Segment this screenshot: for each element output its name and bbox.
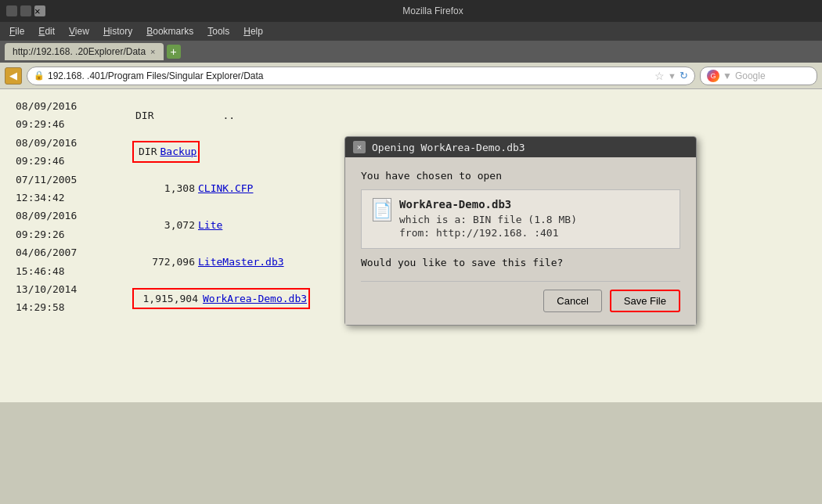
file-date: 08/09/2016 09:29:46 <box>16 134 129 171</box>
dialog-intro: You have chosen to open <box>361 170 680 182</box>
file-date: 08/09/2016 09:29:46 <box>16 97 129 134</box>
new-tab-btn[interactable]: + <box>167 45 181 59</box>
menubar: File Edit View History Bookmarks Tools H… <box>0 22 822 41</box>
filetype-value: BIN file (1.8 MB) <box>473 214 577 225</box>
file-type: DIR <box>135 106 153 124</box>
addressbar: ◀ 🔒 192.168. .401/Program Files/Singular… <box>0 63 822 89</box>
file-info-box: 📄 WorkArea-Demo.db3 which is a: BIN file… <box>361 189 680 249</box>
file-size: 1,915,904 <box>135 290 198 308</box>
back-button[interactable]: ◀ <box>5 67 22 85</box>
file-size: 772,096 <box>132 253 195 271</box>
menu-file[interactable]: File <box>3 24 31 38</box>
file-link-litemaster[interactable]: LiteMaster.db3 <box>198 253 284 271</box>
file-date: 13/10/2014 14:29:58 <box>16 280 129 317</box>
browser-tab[interactable]: http://192.168. .20Explorer/Data × <box>5 43 164 60</box>
file-size: 1,308 <box>132 179 195 197</box>
menu-view[interactable]: View <box>63 24 96 38</box>
dialog-filetype-line: which is a: BIN file (1.8 MB) <box>399 214 577 225</box>
menu-bookmarks[interactable]: Bookmarks <box>140 24 200 38</box>
save-file-button[interactable]: Save File <box>610 290 680 312</box>
file-type: DIR <box>139 142 157 160</box>
refresh-icon[interactable]: ↻ <box>680 70 688 81</box>
dialog-title: Opening WorkArea-Demo.db3 <box>372 142 525 153</box>
dropdown-arrow-icon[interactable]: ▼ <box>668 71 676 81</box>
file-date: 08/09/2016 09:29:26 <box>16 207 129 243</box>
bookmark-star-icon[interactable]: ☆ <box>654 70 665 82</box>
file-doc-icon: 📄 <box>373 198 391 221</box>
open-file-dialog: × Opening WorkArea-Demo.db3 You have cho… <box>344 136 697 326</box>
workarea-highlight-box: 1,915,904 WorkArea-Demo.db3 <box>132 288 310 309</box>
search-arrow-icon: ▼ <box>723 70 732 81</box>
url-display[interactable]: 192.168. .401/Program Files/Singular Exp… <box>48 70 651 81</box>
menu-help[interactable]: Help <box>237 24 269 38</box>
dialog-body: You have chosen to open 📄 WorkArea-Demo.… <box>345 157 696 325</box>
tab-close-btn[interactable]: × <box>150 47 155 56</box>
menu-tools[interactable]: Tools <box>201 24 236 38</box>
list-item: 08/09/2016 09:29:46 DIR .. <box>16 97 806 134</box>
tab-label: http://192.168. .20Explorer/Data <box>13 46 146 57</box>
address-box[interactable]: 🔒 192.168. .401/Program Files/Singular E… <box>27 67 695 85</box>
file-info-details: WorkArea-Demo.db3 which is a: BIN file (… <box>399 198 577 240</box>
from-url: http://192.168. :401 <box>436 227 559 239</box>
window-minimize-btn[interactable] <box>6 5 17 16</box>
dialog-titlebar: × Opening WorkArea-Demo.db3 <box>345 137 696 157</box>
backup-highlight-box: DIR Backup <box>132 141 200 162</box>
dialog-buttons: Cancel Save File <box>361 281 680 312</box>
window-close-btn[interactable]: × <box>34 5 45 16</box>
dialog-from-line: from: http://192.168. :401 <box>399 227 577 239</box>
titlebar: × Mozilla Firefox <box>0 0 822 22</box>
search-placeholder: Google <box>735 70 766 81</box>
menu-edit[interactable]: Edit <box>32 24 61 38</box>
file-link-workarea[interactable]: WorkArea-Demo.db3 <box>203 290 307 308</box>
window-controls[interactable]: × <box>6 5 45 16</box>
cancel-button[interactable]: Cancel <box>543 290 601 312</box>
from-label: from: <box>399 227 430 239</box>
file-date: 07/11/2005 12:34:42 <box>16 171 129 207</box>
filetype-label: which is a: <box>399 214 467 225</box>
file-size: 3,072 <box>132 216 195 234</box>
window-title: Mozilla Firefox <box>50 5 816 16</box>
file-date: 04/06/2007 15:46:48 <box>16 243 129 280</box>
dialog-close-btn[interactable]: × <box>353 141 366 153</box>
file-link-backup[interactable]: Backup <box>160 142 196 160</box>
menu-history[interactable]: History <box>97 24 139 38</box>
window-maximize-btn[interactable] <box>20 5 31 16</box>
security-icon: 🔒 <box>34 70 45 81</box>
file-link-lite[interactable]: Lite <box>198 216 222 234</box>
search-engine-icon: G <box>707 70 719 82</box>
tabbar: http://192.168. .20Explorer/Data × + <box>0 41 822 63</box>
search-box[interactable]: G ▼ Google <box>700 67 817 85</box>
file-link-clink[interactable]: CLINK.CFP <box>198 179 253 197</box>
file-name: .. <box>222 106 235 124</box>
content-area: 08/09/2016 09:29:46 DIR .. 08/09/2016 09… <box>0 89 822 402</box>
dialog-question: Would you like to save this file? <box>361 257 680 268</box>
dialog-filename: WorkArea-Demo.db3 <box>399 198 577 211</box>
